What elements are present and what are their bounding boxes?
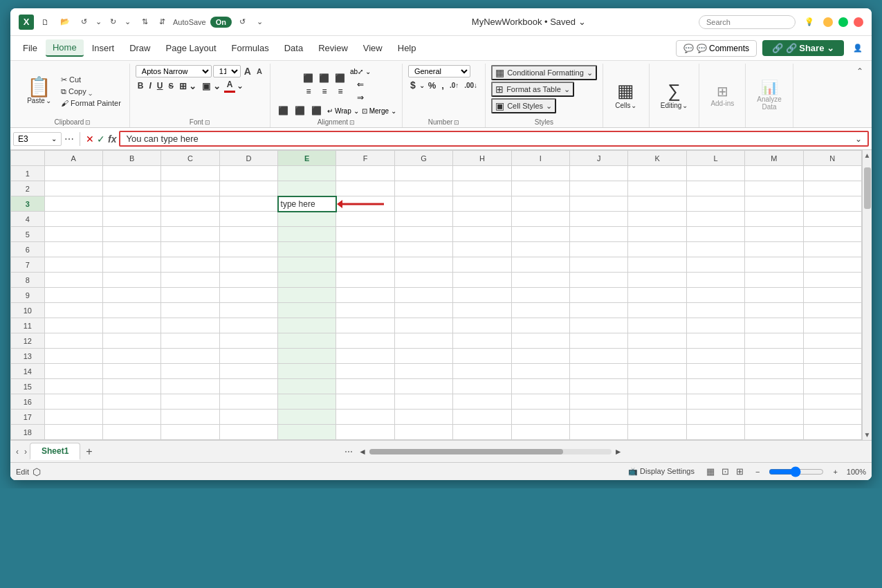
cell-H16[interactable] <box>453 394 511 410</box>
cell-L10[interactable] <box>686 303 744 318</box>
cell-F18[interactable] <box>336 425 394 440</box>
col-header-L[interactable]: L <box>686 151 744 166</box>
col-header-K[interactable]: K <box>628 151 686 166</box>
cell-M11[interactable] <box>745 318 803 333</box>
currency-btn[interactable]: $ <box>408 79 418 91</box>
cell-L18[interactable] <box>686 425 744 440</box>
comma-btn[interactable]: , <box>439 80 446 91</box>
row-header-1[interactable]: 1 <box>11 166 45 181</box>
page-layout-view-btn[interactable]: ⊡ <box>719 465 732 478</box>
col-header-G[interactable]: G <box>394 151 452 166</box>
cell-J10[interactable] <box>570 303 628 318</box>
cell-A18[interactable] <box>44 425 102 440</box>
cell-D8[interactable] <box>219 273 277 288</box>
cell-B6[interactable] <box>102 242 160 257</box>
hscroll-track[interactable] <box>369 449 612 454</box>
clipboard-expand-icon[interactable]: ⊡ <box>85 119 91 126</box>
cell-M4[interactable] <box>745 212 803 227</box>
cell-G10[interactable] <box>394 303 452 318</box>
cell-M16[interactable] <box>745 394 803 410</box>
cell-A16[interactable] <box>44 394 102 410</box>
cell-G4[interactable] <box>394 212 452 227</box>
cell-D13[interactable] <box>219 349 277 364</box>
menu-page-layout[interactable]: Page Layout <box>159 40 223 56</box>
cell-E5[interactable] <box>278 227 336 242</box>
cell-L5[interactable] <box>686 227 744 242</box>
cell-L4[interactable] <box>686 212 744 227</box>
search-input[interactable] <box>699 15 796 29</box>
cell-reference-box[interactable]: E3 ⌄ <box>13 132 62 146</box>
addins-btn[interactable]: ⊞ Add-ins <box>705 77 739 113</box>
cell-E18[interactable] <box>278 425 336 440</box>
cell-G13[interactable] <box>394 349 452 364</box>
cell-C14[interactable] <box>161 364 219 379</box>
row-header-8[interactable]: 8 <box>11 273 45 288</box>
cell-L7[interactable] <box>686 257 744 273</box>
open-btn[interactable]: 📂 <box>57 15 73 28</box>
cell-E11[interactable] <box>278 318 336 333</box>
cell-M15[interactable] <box>745 379 803 394</box>
font-family-select[interactable]: Aptos Narrow <box>136 65 212 77</box>
cell-D9[interactable] <box>219 288 277 303</box>
confirm-formula-btn[interactable]: ✓ <box>97 134 105 145</box>
borders-btn[interactable]: ⊞ ⌄ <box>177 80 199 92</box>
cell-N4[interactable] <box>803 212 861 227</box>
cell-L17[interactable] <box>686 410 744 425</box>
bold-btn[interactable]: B <box>136 80 146 91</box>
cell-E2[interactable] <box>278 181 336 196</box>
cell-D15[interactable] <box>219 379 277 394</box>
cell-D7[interactable] <box>219 257 277 273</box>
row-header-13[interactable]: 13 <box>11 349 45 364</box>
cell-D14[interactable] <box>219 364 277 379</box>
cell-D6[interactable] <box>219 242 277 257</box>
cell-E9[interactable] <box>278 288 336 303</box>
cell-L9[interactable] <box>686 288 744 303</box>
cell-F7[interactable] <box>336 257 394 273</box>
cell-G6[interactable] <box>394 242 452 257</box>
cell-D18[interactable] <box>219 425 277 440</box>
cell-E3[interactable]: type here <box>278 196 336 212</box>
cell-H5[interactable] <box>453 227 511 242</box>
analyze-data-btn[interactable]: 📊 AnalyzeData <box>751 77 787 113</box>
cell-H6[interactable] <box>453 242 511 257</box>
cell-J9[interactable] <box>570 288 628 303</box>
cell-L6[interactable] <box>686 242 744 257</box>
menu-help[interactable]: Help <box>391 40 423 56</box>
cell-K3[interactable] <box>628 196 686 212</box>
cell-C2[interactable] <box>161 181 219 196</box>
cell-E1[interactable] <box>278 166 336 181</box>
cell-F11[interactable] <box>336 318 394 333</box>
cell-J7[interactable] <box>570 257 628 273</box>
cell-F1[interactable] <box>336 166 394 181</box>
cell-J18[interactable] <box>570 425 628 440</box>
zoom-in-btn[interactable]: + <box>829 466 840 478</box>
cell-L14[interactable] <box>686 364 744 379</box>
row-header-5[interactable]: 5 <box>11 227 45 242</box>
cell-H10[interactable] <box>453 303 511 318</box>
cell-L15[interactable] <box>686 379 744 394</box>
cell-I15[interactable] <box>511 379 569 394</box>
col-header-C[interactable]: C <box>161 151 219 166</box>
cell-D5[interactable] <box>219 227 277 242</box>
row-header-3[interactable]: 3 <box>11 196 45 212</box>
cells-btn[interactable]: ▦ Cells ⌄ <box>609 77 643 113</box>
cell-N5[interactable] <box>803 227 861 242</box>
cell-C13[interactable] <box>161 349 219 364</box>
cell-I13[interactable] <box>511 349 569 364</box>
new-workbook-btn[interactable]: 🗋 <box>38 16 53 28</box>
refresh-btn[interactable]: ↺ <box>236 15 249 28</box>
cell-K9[interactable] <box>628 288 686 303</box>
display-settings-btn[interactable]: 📺 Display Settings <box>625 465 698 478</box>
cell-J12[interactable] <box>570 333 628 349</box>
conditional-formatting-btn[interactable]: ▦ Conditional Formatting ⌄ <box>491 65 597 80</box>
cell-B8[interactable] <box>102 273 160 288</box>
cell-K4[interactable] <box>628 212 686 227</box>
maximize-btn[interactable] <box>838 17 848 27</box>
cell-M12[interactable] <box>745 333 803 349</box>
scroll-track[interactable] <box>863 160 872 430</box>
cell-A10[interactable] <box>44 303 102 318</box>
cell-M6[interactable] <box>745 242 803 257</box>
cell-G11[interactable] <box>394 318 452 333</box>
cell-H7[interactable] <box>453 257 511 273</box>
cell-D16[interactable] <box>219 394 277 410</box>
